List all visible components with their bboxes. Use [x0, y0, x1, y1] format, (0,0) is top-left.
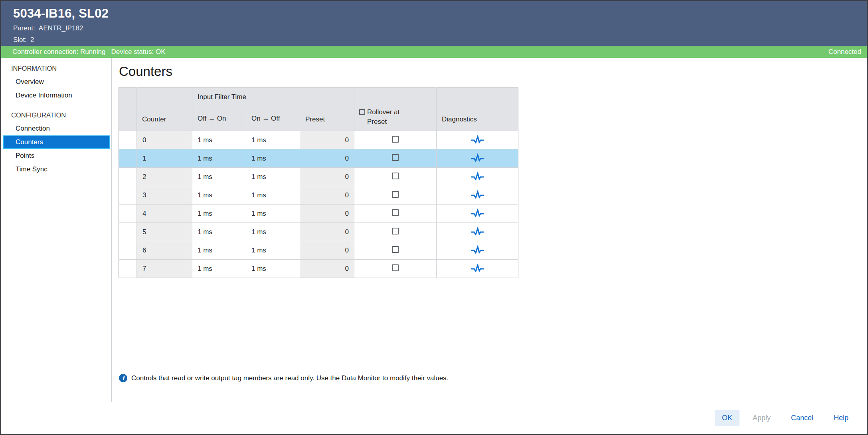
filter-off-on-cell[interactable]: 1 ms [192, 131, 246, 149]
row-selector-cell[interactable] [119, 241, 137, 260]
preset-cell: 0 [300, 168, 354, 186]
filter-on-off-cell[interactable]: 1 ms [246, 241, 300, 260]
filter-on-off-cell[interactable]: 1 ms [246, 186, 300, 205]
diagnostics-cell [437, 186, 518, 205]
footer-button-bar: OKApplyCancelHelp [1, 402, 867, 434]
header-input-filter-time: Input Filter Time [192, 88, 300, 107]
filter-on-off-cell[interactable]: 1 ms [246, 223, 300, 241]
row-selector-cell[interactable] [119, 168, 137, 186]
diagnostics-cell [437, 260, 518, 278]
slot-value: 2 [30, 36, 34, 44]
row-selector-cell[interactable] [119, 149, 137, 168]
rollover-checkbox[interactable] [392, 154, 399, 161]
device-profile-window: 5034-IB16, SL02 Parent:AENTR_IP182 Slot:… [0, 0, 868, 435]
diagnostics-cell [437, 168, 518, 186]
parent-line: Parent:AENTR_IP182 [13, 24, 867, 32]
row-selector-cell[interactable] [119, 186, 137, 205]
header-counter: Counter [137, 88, 192, 131]
filter-off-on-cell[interactable]: 1 ms [192, 149, 246, 168]
row-selector-cell[interactable] [119, 205, 137, 223]
table-row: 2 1 ms 1 ms 0 [119, 168, 518, 186]
rollover-checkbox[interactable] [392, 228, 399, 234]
filter-off-on-cell[interactable]: 1 ms [192, 223, 246, 241]
table-row: 6 1 ms 1 ms 0 [119, 241, 518, 260]
filter-on-off-cell[interactable]: 1 ms [246, 149, 300, 168]
help-button[interactable]: Help [826, 410, 856, 426]
diagnostics-icon[interactable] [470, 209, 484, 219]
diagnostics-cell [437, 149, 518, 168]
filter-on-off-cell[interactable]: 1 ms [246, 260, 300, 278]
filter-off-on-cell[interactable]: 1 ms [192, 241, 246, 260]
header-rollover-at-preset: Rollover at Preset [354, 88, 437, 131]
diagnostics-icon[interactable] [470, 245, 484, 256]
counter-cell: 3 [137, 186, 192, 205]
filter-on-off-cell[interactable]: 1 ms [246, 205, 300, 223]
info-icon: i [119, 374, 127, 382]
counter-cell: 2 [137, 168, 192, 186]
parent-label: Parent: [13, 24, 35, 32]
preset-cell: 0 [300, 131, 354, 149]
rollover-checkbox[interactable] [392, 136, 399, 143]
sidebar-nav: INFORMATION OverviewDevice Information C… [1, 58, 112, 402]
table-row: 3 1 ms 1 ms 0 [119, 186, 518, 205]
sidebar-item-connection[interactable]: Connection [1, 122, 111, 135]
sidebar-item-device-information[interactable]: Device Information [1, 89, 111, 102]
rollover-cell [354, 149, 437, 168]
sidebar-item-overview[interactable]: Overview [1, 75, 111, 89]
title-bar: 5034-IB16, SL02 Parent:AENTR_IP182 Slot:… [1, 1, 867, 46]
sidebar-item-counters[interactable]: Counters [3, 135, 110, 149]
counter-cell: 6 [137, 241, 192, 260]
rollover-cell [354, 260, 437, 278]
rollover-checkbox[interactable] [392, 209, 399, 216]
counter-cell: 5 [137, 223, 192, 241]
rollover-cell [354, 186, 437, 205]
page-title: Counters [119, 64, 867, 79]
filter-off-on-cell[interactable]: 1 ms [192, 205, 246, 223]
rollover-checkbox[interactable] [392, 191, 399, 198]
rollover-checkbox[interactable] [392, 246, 399, 253]
filter-off-on-cell[interactable]: 1 ms [192, 168, 246, 186]
filter-on-off-cell[interactable]: 1 ms [246, 131, 300, 149]
row-selector-cell[interactable] [119, 260, 137, 278]
window-title: 5034-IB16, SL02 [13, 6, 867, 21]
table-row: 0 1 ms 1 ms 0 [119, 131, 518, 149]
counter-cell: 4 [137, 205, 192, 223]
diagnostics-icon[interactable] [470, 190, 484, 201]
header-rollover-label: Rollover at Preset [367, 107, 419, 127]
diagnostics-cell [437, 131, 518, 149]
header-diagnostics: Diagnostics [437, 88, 518, 131]
row-selector-cell[interactable] [119, 131, 137, 149]
preset-cell: 0 [300, 223, 354, 241]
diagnostics-icon[interactable] [470, 264, 484, 274]
sidebar-section: INFORMATION OverviewDevice Information [1, 60, 111, 102]
filter-off-on-cell[interactable]: 1 ms [192, 186, 246, 205]
diagnostics-icon[interactable] [470, 135, 484, 145]
rollover-checkbox[interactable] [392, 264, 399, 271]
preset-cell: 0 [300, 260, 354, 278]
sidebar-section-title: CONFIGURATION [1, 107, 111, 122]
sidebar-item-points[interactable]: Points [1, 149, 111, 163]
diagnostics-icon[interactable] [470, 153, 484, 164]
filter-off-on-cell[interactable]: 1 ms [192, 260, 246, 278]
table-row: 5 1 ms 1 ms 0 [119, 223, 518, 241]
diagnostics-icon[interactable] [470, 172, 484, 182]
row-selector-cell[interactable] [119, 223, 137, 241]
sidebar-item-time-sync[interactable]: Time Sync [1, 163, 111, 176]
diagnostics-icon[interactable] [470, 227, 484, 237]
readonly-note-text: Controls that read or write output tag m… [131, 374, 448, 382]
counters-table-header: Counter Input Filter Time Preset Rollove… [119, 88, 518, 131]
status-bar: Controller connection: Running Device st… [1, 46, 867, 58]
connection-status-badge: Connected [828, 48, 861, 56]
diagnostics-cell [437, 241, 518, 260]
table-row: 1 1 ms 1 ms 0 [119, 149, 518, 168]
apply-button[interactable]: Apply [745, 410, 778, 426]
cancel-button[interactable]: Cancel [784, 410, 821, 426]
ok-button[interactable]: OK [715, 410, 739, 426]
filter-on-off-cell[interactable]: 1 ms [246, 168, 300, 186]
rollover-checkbox[interactable] [392, 173, 399, 179]
diagnostics-cell [437, 223, 518, 241]
device-status: Device status: OK [111, 48, 165, 56]
rollover-all-checkbox[interactable] [359, 109, 365, 115]
table-row: 4 1 ms 1 ms 0 [119, 205, 518, 223]
header-on-to-off: On → Off [246, 107, 300, 131]
